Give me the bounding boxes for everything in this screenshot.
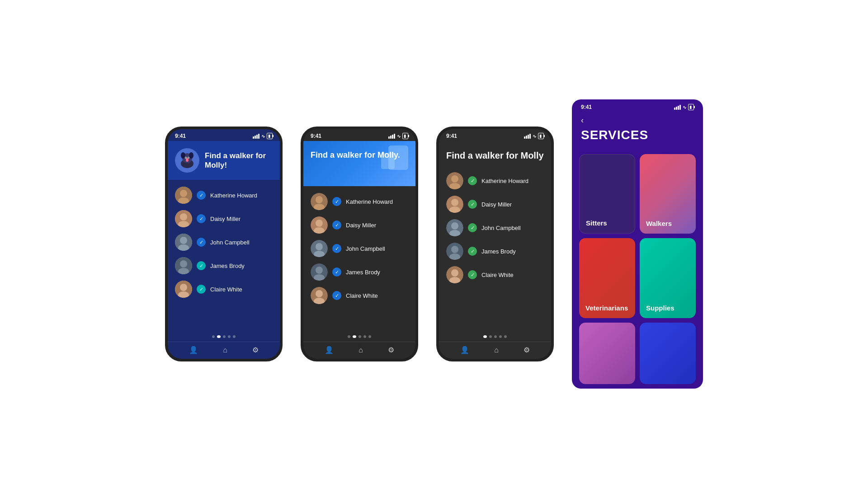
pagination-dots-3 <box>439 332 551 342</box>
walker-name: Claire White <box>210 286 242 293</box>
phone-2: 9:41 ∿ ▮ Find a walker for Molly. <box>301 127 418 361</box>
service-label-sitters: Sitters <box>586 219 607 227</box>
check-badge: ✓ <box>332 244 341 253</box>
check-badge: ✓ <box>468 176 477 185</box>
avatar-james-1 <box>175 257 192 274</box>
check-badge: ✓ <box>332 267 341 277</box>
list-item: ✓ John Campbell <box>303 237 415 260</box>
home-icon[interactable]: ⌂ <box>223 346 227 354</box>
walker-name: James Brody <box>481 248 516 255</box>
walker-name: Katherine Howard <box>481 178 528 184</box>
back-button[interactable]: ‹ <box>581 116 584 125</box>
signal-icon-s <box>674 105 681 110</box>
settings-icon[interactable]: ⚙ <box>252 346 259 354</box>
list-item: ✓ Katherine Howard <box>168 183 280 207</box>
dot-active <box>217 335 221 338</box>
svg-point-50 <box>451 246 458 253</box>
avatar-john-1 <box>175 234 192 251</box>
walker-name: Daisy Miller <box>210 216 241 222</box>
check-badge: ✓ <box>197 261 206 270</box>
avatar-james-2 <box>311 263 328 281</box>
status-icons-2: ∿ ▮ <box>388 133 408 139</box>
list-item: ✓ James Brody <box>439 239 551 263</box>
svg-point-4 <box>189 152 193 159</box>
hero-banner-3: Find a walker for Molly <box>439 141 551 165</box>
svg-point-47 <box>451 222 458 230</box>
home-icon[interactable]: ⌂ <box>359 346 363 354</box>
walker-list-2: ✓ Katherine Howard ✓ Daisy Miller ✓ John… <box>303 186 415 332</box>
list-item: ✓ Claire White <box>439 263 551 286</box>
check-badge: ✓ <box>197 285 206 294</box>
walker-name: Claire White <box>481 272 514 278</box>
avatar-james-3 <box>446 243 463 260</box>
home-icon[interactable]: ⌂ <box>494 346 499 354</box>
services-panel: 9:41 ∿ ▮ ‹ SERVICES Sitters Walkers Ve <box>572 99 703 389</box>
signal-icon-2 <box>388 134 395 139</box>
list-item: ✓ James Brody <box>168 254 280 277</box>
avatar-katherine-3 <box>446 172 463 189</box>
pagination-dots-2 <box>303 332 415 342</box>
service-card-partial-2[interactable] <box>640 323 696 384</box>
settings-icon[interactable]: ⚙ <box>524 346 530 354</box>
hero-text-2: Find a walker for Molly. <box>311 150 408 160</box>
svg-point-14 <box>180 213 187 221</box>
dot <box>499 335 502 338</box>
services-status-bar: 9:41 ∿ ▮ <box>572 99 703 112</box>
hero-text-3: Find a walker for Molly <box>446 150 544 161</box>
battery-icon-1: ▮ <box>267 133 273 139</box>
list-item: ✓ Katherine Howard <box>303 190 415 213</box>
walker-name: John Campbell <box>346 245 385 252</box>
bottom-nav-3: 👤 ⌂ ⚙ <box>439 342 551 359</box>
list-item: ✓ Daisy Miller <box>439 192 551 216</box>
check-badge: ✓ <box>197 191 206 200</box>
check-badge: ✓ <box>332 197 341 206</box>
svg-point-26 <box>316 196 323 203</box>
services-title: SERVICES <box>581 128 648 142</box>
wifi-icon-3: ∿ <box>533 134 536 139</box>
svg-point-44 <box>451 199 458 206</box>
service-card-sitters[interactable]: Sitters <box>579 154 635 234</box>
walker-name: James Brody <box>210 263 245 269</box>
list-item: ✓ Daisy Miller <box>303 213 415 237</box>
service-card-supplies[interactable]: Supplies <box>640 238 696 318</box>
dot <box>363 335 366 338</box>
dot-active <box>353 335 356 338</box>
check-badge: ✓ <box>468 247 477 256</box>
person-icon[interactable]: 👤 <box>460 346 469 354</box>
walker-name: James Brody <box>346 269 380 276</box>
check-badge: ✓ <box>468 270 477 279</box>
svg-point-29 <box>316 220 323 227</box>
walker-name: Daisy Miller <box>481 201 512 208</box>
service-label-vets: Veterinarians <box>585 304 628 312</box>
list-item: ✓ Claire White <box>168 277 280 301</box>
avatar-john-2 <box>311 240 328 257</box>
check-badge: ✓ <box>468 200 477 209</box>
pagination-dots-1 <box>168 332 280 342</box>
dot <box>223 335 226 338</box>
avatar-john-3 <box>446 219 463 236</box>
svg-point-8 <box>188 157 189 158</box>
list-item: ✓ John Campbell <box>168 230 280 254</box>
check-badge: ✓ <box>332 221 341 230</box>
dot <box>228 335 231 338</box>
service-card-partial-1[interactable] <box>579 323 635 384</box>
avatar-daisy-2 <box>311 216 328 234</box>
status-bar-2: 9:41 ∿ ▮ <box>303 129 415 141</box>
service-card-walkers[interactable]: Walkers <box>640 154 696 234</box>
person-icon[interactable]: 👤 <box>189 346 198 354</box>
svg-point-9 <box>186 158 189 162</box>
service-card-vets[interactable]: Veterinarians <box>579 238 635 318</box>
svg-point-35 <box>316 267 323 274</box>
settings-icon[interactable]: ⚙ <box>388 346 394 354</box>
person-icon[interactable]: 👤 <box>325 346 334 354</box>
services-time: 9:41 <box>581 104 592 110</box>
signal-icon-1 <box>253 134 259 139</box>
svg-point-17 <box>180 237 187 244</box>
phone-3: 9:41 ∿ ▮ Find a walker for Molly <box>436 127 554 361</box>
list-item: ✓ Katherine Howard <box>439 169 551 192</box>
dot <box>489 335 492 338</box>
dot <box>359 335 361 338</box>
list-item: ✓ James Brody <box>303 260 415 284</box>
status-bar-3: 9:41 ∿ ▮ <box>439 129 551 141</box>
walker-name: John Campbell <box>481 225 521 231</box>
